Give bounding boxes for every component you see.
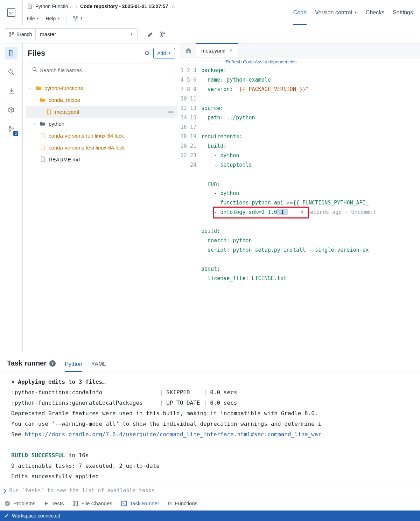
left-rail: 3	[0, 43, 23, 352]
menu-help[interactable]: Help▼	[46, 16, 60, 21]
task-header: Task runner ? Python YAML	[0, 352, 420, 372]
download-icon	[8, 88, 15, 95]
svg-rect-12	[76, 501, 78, 506]
rail-files[interactable]	[5, 47, 18, 60]
task-tab-yaml[interactable]: YAML	[91, 361, 106, 371]
tab-version-control[interactable]: Version control▼	[315, 0, 357, 25]
search-input[interactable]	[28, 63, 175, 77]
git-badge: 3	[13, 131, 18, 136]
svg-point-9	[33, 68, 36, 71]
star-icon[interactable]: ☆	[171, 3, 176, 9]
editor-tabs: meta.yaml ✕	[180, 43, 420, 57]
files-title: Files	[28, 49, 45, 58]
breadcrumb-separator: ›	[76, 4, 77, 9]
search-wrap	[23, 63, 180, 81]
task-title: Task runner ?	[7, 359, 56, 371]
new-branch-icon[interactable]	[159, 30, 167, 38]
add-button[interactable]: Add▼	[153, 48, 175, 58]
tree-folder-python[interactable]: › python	[26, 118, 177, 130]
tree-file-readme[interactable]: README.md	[26, 153, 177, 165]
tree-file-lock2[interactable]: conda-versions.test.linux-64.lock	[26, 141, 177, 153]
tree-file-lock1[interactable]: conda-versions.run.linux-64.lock	[26, 130, 177, 141]
status-tests[interactable]: Tests	[44, 500, 64, 506]
console-prompt[interactable]: ❯ Run `tasks` to see the list of availab…	[0, 485, 420, 496]
task-tab-python[interactable]: Python	[65, 361, 82, 371]
fx-icon: fx	[168, 500, 172, 507]
editor-tab-meta[interactable]: meta.yaml ✕	[196, 43, 238, 57]
prompt-caret-icon: ❯	[4, 488, 6, 493]
rail-package[interactable]	[5, 104, 18, 116]
tree-file-meta[interactable]: meta.yaml •••	[26, 106, 177, 118]
svg-point-10	[5, 501, 10, 506]
tab-checks[interactable]: Checks	[366, 0, 384, 25]
app-icon-box: <>	[0, 0, 23, 25]
close-icon[interactable]: ✕	[229, 48, 233, 53]
file-icon	[27, 4, 33, 9]
svg-point-5	[9, 70, 12, 73]
toolbar-icons	[147, 30, 167, 38]
console-output: > Applying edits to 3 files… :python-fun…	[0, 372, 420, 485]
files-header: Files ⚙ Add▼	[23, 43, 180, 63]
pencil-icon[interactable]	[147, 30, 154, 38]
status-problems[interactable]: Problems	[4, 500, 35, 507]
file-tree: ⌄ python-functions ⌄ conda_recipe meta.y…	[23, 81, 180, 352]
breadcrumb: Python Functio… › Code repository - 2025…	[27, 0, 289, 13]
tab-code[interactable]: Code	[293, 0, 307, 25]
code-editor[interactable]: 1 2 3 4 5 6 7 8 9 10 11 12 13 14 15 16 1…	[180, 66, 420, 352]
svg-rect-13	[121, 501, 126, 506]
tab-settings[interactable]: Settings	[393, 0, 413, 25]
top-tabs: Code Version control▼ Checks Settings	[293, 0, 420, 25]
svg-point-3	[161, 32, 163, 34]
tree-folder-conda[interactable]: ⌄ conda_recipe	[26, 94, 177, 106]
branch-label: Branch	[5, 29, 36, 40]
home-tab[interactable]	[180, 43, 196, 57]
rail-download[interactable]	[5, 85, 18, 97]
help-icon[interactable]: ?	[49, 360, 56, 367]
gear-icon[interactable]: ⚙	[144, 49, 150, 57]
code-lines[interactable]: package: name: python-example version: "…	[201, 66, 420, 352]
play-icon	[44, 501, 49, 506]
svg-point-1	[9, 35, 11, 36]
diff-icon	[72, 500, 78, 507]
breadcrumb-current[interactable]: Code repository - 2025-01-21 15:27:57	[80, 4, 168, 9]
workspace-bar[interactable]: Workspace connected	[0, 510, 420, 521]
tree-folder-root[interactable]: ⌄ python-functions	[26, 82, 177, 94]
branch-bar: Branch master ▼	[0, 25, 420, 43]
terminal-icon	[121, 500, 127, 507]
status-file-changes[interactable]: File Changes	[72, 500, 112, 507]
branch-icon	[9, 32, 14, 37]
refresh-link[interactable]: Refresh Code Assist dependencies	[180, 57, 420, 66]
status-task-runner[interactable]: Task Runner	[121, 500, 159, 507]
svg-point-8	[12, 128, 13, 129]
top-main: Python Functio… › Code repository - 2025…	[23, 0, 293, 25]
svg-point-6	[9, 126, 10, 128]
file-icon	[8, 50, 15, 57]
check-circle-icon	[4, 500, 10, 507]
search-icon	[8, 69, 15, 76]
top-bar: <> Python Functio… › Code repository - 2…	[0, 0, 420, 25]
menu-row: File▼ Help▼ 1	[27, 13, 289, 25]
fork-icon	[73, 16, 79, 21]
package-icon	[8, 106, 15, 113]
svg-rect-11	[73, 501, 75, 506]
svg-point-0	[9, 32, 11, 34]
svg-point-4	[161, 35, 163, 37]
svg-point-7	[9, 130, 10, 131]
gutter: 1 2 3 4 5 6 7 8 9 10 11 12 13 14 15 16 1…	[180, 66, 201, 352]
main-area: 3 Files ⚙ Add▼ ⌄ python-functions ⌄ con	[0, 43, 420, 352]
fork-indicator[interactable]: 1	[73, 16, 83, 21]
editor-area: meta.yaml ✕ Refresh Code Assist dependen…	[180, 43, 420, 352]
menu-file[interactable]: File▼	[27, 16, 39, 21]
rail-search[interactable]	[5, 66, 18, 78]
files-panel: Files ⚙ Add▼ ⌄ python-functions ⌄ conda_…	[23, 43, 180, 352]
status-functions[interactable]: fx Functions	[168, 500, 197, 507]
branch-selector[interactable]: Branch master ▼	[5, 28, 138, 40]
breadcrumb-project[interactable]: Python Functio…	[35, 4, 73, 9]
files-actions: ⚙ Add▼	[144, 48, 175, 58]
check-icon	[4, 513, 9, 519]
menu-divider	[66, 15, 67, 22]
more-icon[interactable]: •••	[168, 109, 175, 115]
branch-dropdown[interactable]: master ▼	[36, 29, 137, 40]
home-icon	[185, 47, 192, 54]
rail-git[interactable]: 3	[5, 123, 18, 135]
